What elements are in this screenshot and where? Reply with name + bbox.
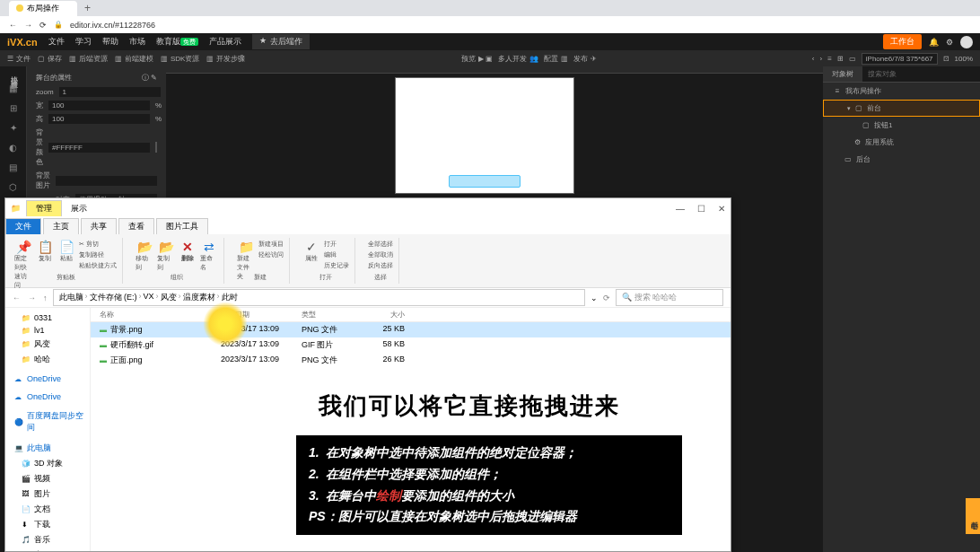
help-tab[interactable]: 帮助中心 (966, 498, 980, 534)
newfolder-icon[interactable]: 📁新建文件夹 (237, 240, 255, 265)
object-tree-tab[interactable]: 对象树 (823, 66, 862, 82)
paste-shortcut-button[interactable]: 粘贴快捷方式 (79, 261, 117, 270)
obj-item-backend[interactable]: ▭ 后台 (823, 151, 980, 168)
prop-width-input[interactable] (48, 101, 150, 110)
menu-help[interactable]: 帮助 (102, 36, 118, 48)
bc-dropdown-icon[interactable]: ⌄ (591, 294, 598, 302)
tool-sdk[interactable]: ▥ SDK资源 (161, 54, 199, 64)
tool-frontend[interactable]: ▥ 前端建模 (115, 54, 153, 64)
sb-pc-3d[interactable]: 🧊3D 对象 (5, 456, 90, 471)
menu-tab-share[interactable]: 共享 (81, 218, 117, 234)
tool-config[interactable]: 配置 ▥ (544, 54, 568, 64)
obj-item-system[interactable]: ⚙ 应用系统 (823, 134, 980, 151)
col-type[interactable]: 类型 (302, 310, 360, 320)
pin-icon[interactable]: 📌固定到快速访问 (14, 240, 32, 265)
menu-product[interactable]: 产品展示 (209, 36, 241, 48)
moveto-icon[interactable]: 📂移动到 (136, 240, 153, 265)
bc-seg-fb[interactable]: 风变 (161, 292, 177, 303)
url-text[interactable]: editor.ivx.cn/#11228766 (70, 21, 155, 30)
tool-preview[interactable]: 预览 ▶ ▣ (461, 54, 493, 64)
bc-forward-icon[interactable]: → (28, 294, 36, 302)
bc-seg-drive[interactable]: 文件存储 (E:) (90, 292, 137, 303)
tool-icon-6[interactable]: ⬡ (6, 180, 21, 194)
tool-icon-2[interactable]: ⊞ (6, 101, 21, 115)
reload-icon[interactable]: ⟳ (39, 21, 47, 30)
sb-onedrive1[interactable]: ☁OneDrive (5, 372, 90, 385)
prop-bgcolor-input[interactable] (48, 143, 150, 153)
bc-seg-vx[interactable]: VX (144, 292, 154, 303)
forward-icon[interactable]: → (24, 21, 32, 30)
file-row-front[interactable]: ▬正面.png 2023/3/17 13:09 PNG 文件 26 KB (91, 353, 731, 368)
copy-icon[interactable]: 📋复制 (36, 240, 54, 265)
menu-learn[interactable]: 学习 (75, 36, 92, 48)
edit-button[interactable]: 编辑 (324, 250, 349, 259)
maximize-icon[interactable]: ☐ (697, 204, 705, 214)
new-tab-button[interactable]: + (84, 2, 91, 14)
open-button[interactable]: 打开 (324, 240, 349, 249)
paste-icon[interactable]: 📄粘贴 (57, 240, 75, 265)
tool-icon-5[interactable]: ▤ (6, 160, 21, 174)
fit-icon[interactable]: ⊡ (943, 55, 949, 63)
device-select[interactable]: iPhone6/7/8 375*667 (862, 53, 938, 65)
refresh-icon[interactable]: ⟳ (603, 294, 610, 302)
menu-file[interactable]: 文件 (48, 36, 65, 48)
sb-pc-pics[interactable]: 🖼图片 (5, 486, 90, 502)
avatar[interactable] (960, 36, 973, 48)
properties-icon[interactable]: ✓属性 (302, 240, 320, 265)
copyto-icon[interactable]: 📂复制到 (157, 240, 175, 265)
sb-pc-music[interactable]: 🎵音乐 (5, 532, 90, 548)
close-icon[interactable]: ✕ (718, 204, 725, 214)
breadcrumb-path[interactable]: 此电脑› 文件存储 (E:)› VX› 风变› 温度素材› 此时 (53, 289, 586, 306)
breadcrumb-search[interactable]: 🔍 搜索 哈哈哈 (616, 289, 723, 306)
ivx-logo[interactable]: iVX.cn (7, 37, 38, 48)
screen-icon[interactable]: ▭ (849, 55, 856, 63)
bc-back-icon[interactable]: ← (13, 294, 21, 302)
menu-edu[interactable]: 教育版免费 (156, 36, 198, 48)
stage-phone[interactable] (395, 77, 574, 194)
copy-path-button[interactable]: 复制路径 (79, 250, 117, 259)
sb-onedrive2[interactable]: ☁OneDrive (5, 390, 90, 403)
prop-bgimg-input[interactable] (56, 176, 157, 186)
sb-thispc[interactable]: 💻此电脑 (5, 441, 90, 456)
obj-item-button1[interactable]: ▢ 按钮1 (823, 117, 980, 134)
menu-tab-view[interactable]: 查看 (118, 218, 154, 234)
color-swatch[interactable] (155, 142, 157, 153)
bc-seg-mat[interactable]: 温度素材 (183, 292, 215, 303)
back-icon[interactable]: ← (9, 21, 17, 30)
sb-quick-0331[interactable]: 📁0331 (5, 311, 90, 324)
tool-icon-4[interactable]: ◐ (6, 140, 21, 154)
file-row-bg[interactable]: ▬背景.png 2023/3/17 13:09 PNG 文件 25 KB (91, 322, 731, 337)
history-button[interactable]: 历史记录 (324, 261, 349, 270)
stage-button-widget[interactable] (449, 175, 521, 188)
zoom-value[interactable]: 100% (955, 55, 973, 63)
tool-icon-1[interactable]: ▦ (6, 81, 21, 95)
bell-icon[interactable]: 🔔 (929, 38, 939, 47)
tool-dev[interactable]: ▥ 开发步骤 (206, 54, 245, 64)
bc-seg-pc[interactable]: 此电脑 (59, 292, 83, 303)
obj-item-root[interactable]: ≡ 我布局操作 (823, 83, 980, 100)
sb-quick-fb[interactable]: 📁风变 (5, 337, 90, 352)
easyaccess-button[interactable]: 轻松访问 (258, 250, 284, 259)
tool-publish[interactable]: 发布 ✈ (573, 54, 597, 64)
menu-tab-home[interactable]: 主页 (43, 218, 79, 234)
nav-next-icon[interactable]: › (819, 55, 822, 63)
menu-market[interactable]: 市场 (129, 36, 145, 48)
tool-icon-3[interactable]: ✦ (6, 120, 21, 135)
newitem-button[interactable]: 新建项目 (258, 240, 284, 249)
menu-tab-file[interactable]: 文件 (5, 218, 41, 234)
selectall-button[interactable]: 全部选择 (368, 240, 393, 249)
menu-tab-pictools[interactable]: 图片工具 (156, 218, 208, 234)
prop-height-input[interactable] (48, 114, 150, 124)
workspace-button[interactable]: 工作台 (883, 34, 922, 49)
sb-baidu[interactable]: 🔵百度网盘同步空间 (5, 408, 90, 435)
sb-pc-docs[interactable]: 📄文档 (5, 502, 90, 517)
cut-button[interactable]: ✂ 剪切 (79, 240, 117, 249)
sb-quick-haha[interactable]: 📁哈哈 (5, 352, 90, 367)
rename-icon[interactable]: ⇄重命名 (200, 240, 218, 265)
sb-pc-video[interactable]: 🎬视频 (5, 471, 90, 486)
sb-pc-dl[interactable]: ⬇下载 (5, 517, 90, 532)
obj-item-frontend[interactable]: ▾ ▢ 前台 (823, 100, 980, 117)
explorer-titlebar[interactable]: 📁 管理 展示 — ☐ ✕ (5, 198, 731, 218)
sb-pc-desktop[interactable]: 🖥桌面 (5, 548, 90, 551)
prop-zoom-input[interactable] (59, 87, 161, 97)
